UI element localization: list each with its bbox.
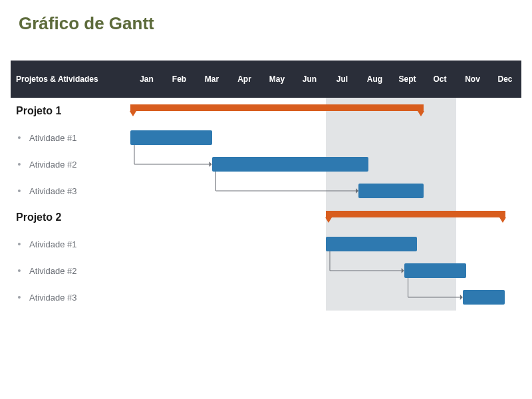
month-cell: Jun xyxy=(293,74,326,84)
task-row: •Atividade #1 xyxy=(11,124,521,151)
gantt-body: Projeto 1•Atividade #1•Atividade #2•Ativ… xyxy=(11,98,521,311)
task-bar xyxy=(463,290,505,305)
activity-label: Atividade #2 xyxy=(29,266,77,276)
bullet-icon: • xyxy=(16,265,23,276)
month-cell: Aug xyxy=(358,74,391,84)
task-row: •Atividade #2 xyxy=(11,257,521,284)
project-row: Projeto 1 xyxy=(11,98,521,124)
task-bar xyxy=(130,130,212,145)
summary-bar xyxy=(326,211,505,217)
month-cell: Apr xyxy=(228,74,261,84)
task-bar xyxy=(326,237,417,251)
activity-label: Atividade #1 xyxy=(29,239,77,249)
month-cell: Jul xyxy=(326,74,358,84)
task-row: •Atividade #1 xyxy=(11,231,521,257)
month-cell: Dec xyxy=(489,74,521,84)
project-row: Projeto 2 xyxy=(11,204,521,231)
bullet-icon: • xyxy=(16,292,23,303)
month-cell: May xyxy=(261,74,293,84)
gantt-chart: Projetos & Atividades Jan Feb Mar Apr Ma… xyxy=(11,61,521,311)
project-label: Projeto 1 xyxy=(16,105,61,117)
project-label: Projeto 2 xyxy=(16,211,61,223)
month-cell: Sept xyxy=(391,74,424,84)
task-row: •Atividade #3 xyxy=(11,178,521,204)
gantt-header: Projetos & Atividades Jan Feb Mar Apr Ma… xyxy=(11,61,521,98)
month-cell: Nov xyxy=(456,74,489,84)
header-label: Projetos & Atividades xyxy=(11,74,130,84)
activity-label: Atividade #3 xyxy=(29,293,77,303)
task-bar xyxy=(358,184,424,198)
task-bar xyxy=(212,157,368,172)
month-cell: Jan xyxy=(130,74,163,84)
month-cell: Feb xyxy=(163,74,196,84)
activity-label: Atividade #2 xyxy=(29,160,77,170)
task-row: •Atividade #2 xyxy=(11,151,521,178)
task-bar xyxy=(404,263,466,278)
activity-label: Atividade #1 xyxy=(29,133,77,143)
task-row: •Atividade #3 xyxy=(11,284,521,311)
bullet-icon: • xyxy=(16,186,23,196)
page-title: Gráfico de Gantt xyxy=(0,0,532,61)
bullet-icon: • xyxy=(16,132,23,143)
bullet-icon: • xyxy=(16,239,23,249)
months-header: Jan Feb Mar Apr May Jun Jul Aug Sept Oct… xyxy=(130,74,521,84)
summary-bar xyxy=(130,104,424,111)
bullet-icon: • xyxy=(16,159,23,170)
month-cell: Oct xyxy=(424,74,456,84)
month-cell: Mar xyxy=(196,74,228,84)
activity-label: Atividade #3 xyxy=(29,186,77,196)
